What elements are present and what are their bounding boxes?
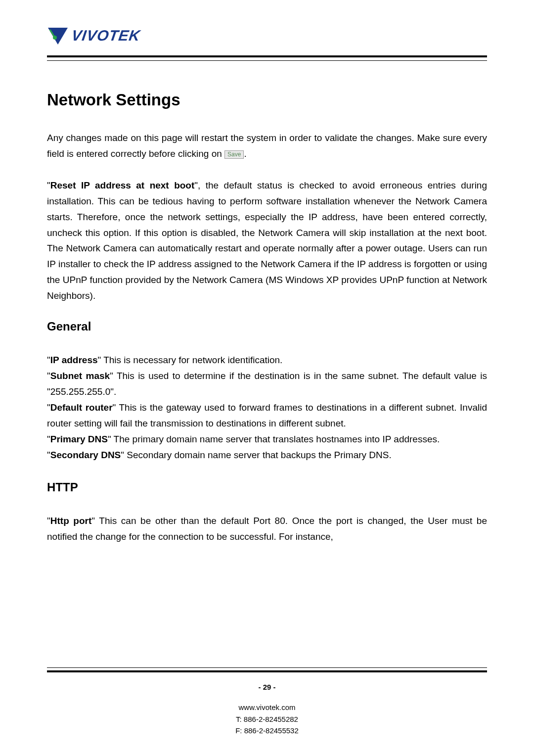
list-item: "Subnet mask" This is used to determine …	[47, 368, 487, 400]
term-http-port: Http port	[50, 516, 92, 526]
desc-secondary-dns: " Secondary domain name server that back…	[121, 450, 391, 460]
term-secondary-dns: Secondary DNS	[50, 450, 121, 460]
desc-ip-address: " This is necessary for network identifi…	[98, 355, 283, 365]
footer-rule-thin	[47, 667, 487, 668]
desc-http-port: " This can be other than the default Por…	[47, 516, 487, 542]
footer-fax: F: 886-2-82455532	[0, 725, 534, 736]
page-title: Network Settings	[47, 91, 487, 109]
list-item: "Secondary DNS" Secondary domain name se…	[47, 447, 487, 463]
header-rule-thick	[47, 55, 487, 57]
general-heading: General	[47, 320, 487, 333]
desc-default-router: " This is the gateway used to forward fr…	[47, 402, 487, 428]
desc-primary-dns: " The primary domain name server that tr…	[108, 434, 440, 444]
footer-tel: T: 886-2-82455282	[0, 713, 534, 725]
desc-subnet-mask: " This is used to determine if the desti…	[47, 371, 487, 397]
term-ip-address: IP address	[50, 355, 98, 365]
reset-paragraph: "Reset IP address at next boot", the def…	[47, 178, 487, 304]
reset-lead-quote: "	[47, 180, 50, 190]
intro-pre: Any changes made on this page will resta…	[47, 133, 487, 159]
reset-rest: ", the default status is checked to avoi…	[47, 180, 487, 301]
http-heading: HTTP	[47, 480, 487, 494]
list-item: "IP address" This is necessary for netwo…	[47, 352, 487, 368]
reset-lead-bold: Reset IP address at next boot	[50, 180, 195, 190]
general-definitions: "IP address" This is necessary for netwo…	[47, 352, 487, 463]
vivotek-logo-icon	[47, 25, 69, 47]
intro-paragraph: Any changes made on this page will resta…	[47, 130, 487, 162]
logo: VIVOTEK	[47, 25, 487, 47]
page-footer: - 29 - www.vivotek.com T: 886-2-82455282…	[0, 664, 534, 736]
term-primary-dns: Primary DNS	[50, 434, 108, 444]
term-default-router: Default router	[50, 402, 113, 413]
list-item: "Primary DNS" The primary domain name se…	[47, 431, 487, 447]
intro-post: .	[244, 148, 246, 159]
footer-rule-thick	[47, 670, 487, 672]
page-number: - 29 -	[0, 681, 534, 693]
list-item: "Http port" This can be other than the d…	[47, 513, 487, 545]
save-button[interactable]: Save	[224, 150, 244, 159]
header-rule-thin	[47, 60, 487, 61]
http-definitions: "Http port" This can be other than the d…	[47, 513, 487, 545]
term-subnet-mask: Subnet mask	[50, 371, 110, 381]
logo-text: VIVOTEK	[71, 27, 141, 44]
document-page: VIVOTEK Network Settings Any changes mad…	[0, 0, 534, 545]
footer-url: www.vivotek.com	[0, 702, 534, 713]
list-item: "Default router" This is the gateway use…	[47, 400, 487, 431]
